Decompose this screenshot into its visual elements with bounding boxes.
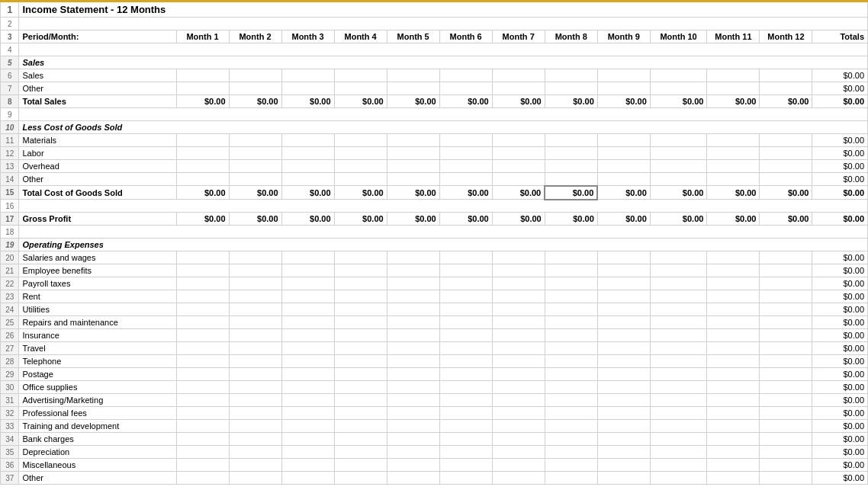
value-cell[interactable]: $0.00 [545,95,597,108]
value-cell[interactable]: $0.00 [597,213,650,226]
empty-value-cell[interactable] [334,264,387,277]
empty-value-cell[interactable] [545,407,597,420]
empty-value-cell[interactable] [597,290,650,303]
totals-value[interactable]: $0.00 [812,82,868,95]
empty-value-cell[interactable] [707,381,760,394]
totals-value[interactable]: $0.00 [812,394,868,407]
empty-value-cell[interactable] [176,342,229,355]
empty-value-cell[interactable] [387,355,439,368]
value-cell[interactable]: $0.00 [760,95,812,108]
empty-value-cell[interactable] [281,329,334,342]
empty-value-cell[interactable] [439,446,492,459]
empty-value-cell[interactable] [281,394,334,407]
empty-value-cell[interactable] [650,316,707,329]
empty-cell[interactable] [19,108,868,121]
empty-value-cell[interactable] [492,342,545,355]
empty-value-cell[interactable] [387,420,439,433]
empty-value-cell[interactable] [650,264,707,277]
empty-value-cell[interactable] [597,277,650,290]
empty-value-cell[interactable] [439,381,492,394]
totals-value[interactable]: $0.00 [812,160,868,173]
empty-value-cell[interactable] [229,82,281,95]
empty-value-cell[interactable] [439,303,492,316]
empty-value-cell[interactable] [492,472,545,485]
empty-value-cell[interactable] [387,69,439,82]
value-cell[interactable]: $0.00 [597,95,650,108]
empty-value-cell[interactable] [229,251,281,264]
empty-value-cell[interactable] [439,459,492,472]
empty-value-cell[interactable] [439,251,492,264]
empty-value-cell[interactable] [545,82,597,95]
empty-value-cell[interactable] [281,433,334,446]
empty-value-cell[interactable] [650,472,707,485]
empty-value-cell[interactable] [229,446,281,459]
empty-value-cell[interactable] [281,277,334,290]
empty-value-cell[interactable] [650,446,707,459]
empty-value-cell[interactable] [334,290,387,303]
empty-value-cell[interactable] [492,433,545,446]
empty-value-cell[interactable] [650,303,707,316]
totals-value[interactable]: $0.00 [812,420,868,433]
empty-value-cell[interactable] [650,381,707,394]
empty-value-cell[interactable] [707,459,760,472]
empty-value-cell[interactable] [597,394,650,407]
empty-value-cell[interactable] [387,316,439,329]
empty-value-cell[interactable] [545,472,597,485]
empty-value-cell[interactable] [597,433,650,446]
empty-value-cell[interactable] [597,173,650,186]
totals-value[interactable]: $0.00 [812,342,868,355]
totals-value[interactable]: $0.00 [812,147,868,160]
value-cell[interactable]: $0.00 [439,213,492,226]
value-cell[interactable]: $0.00 [387,213,439,226]
empty-value-cell[interactable] [229,394,281,407]
empty-value-cell[interactable] [281,472,334,485]
empty-value-cell[interactable] [229,459,281,472]
value-cell[interactable]: $0.00 [492,186,545,200]
empty-value-cell[interactable] [760,69,812,82]
empty-value-cell[interactable] [492,446,545,459]
value-cell[interactable]: $0.00 [650,186,707,200]
empty-cell[interactable] [19,200,868,213]
empty-value-cell[interactable] [650,251,707,264]
empty-value-cell[interactable] [229,316,281,329]
value-cell[interactable]: $0.00 [229,186,281,200]
empty-value-cell[interactable] [650,69,707,82]
empty-value-cell[interactable] [650,290,707,303]
empty-value-cell[interactable] [281,459,334,472]
empty-value-cell[interactable] [760,459,812,472]
empty-value-cell[interactable] [334,342,387,355]
empty-value-cell[interactable] [760,355,812,368]
totals-value[interactable]: $0.00 [812,407,868,420]
empty-value-cell[interactable] [492,420,545,433]
empty-value-cell[interactable] [707,394,760,407]
empty-value-cell[interactable] [281,342,334,355]
empty-value-cell[interactable] [545,264,597,277]
empty-value-cell[interactable] [176,173,229,186]
empty-value-cell[interactable] [439,147,492,160]
empty-value-cell[interactable] [597,251,650,264]
value-cell[interactable]: $0.00 [176,213,229,226]
empty-value-cell[interactable] [707,264,760,277]
empty-value-cell[interactable] [334,251,387,264]
empty-value-cell[interactable] [597,69,650,82]
empty-value-cell[interactable] [334,277,387,290]
empty-value-cell[interactable] [492,459,545,472]
empty-value-cell[interactable] [707,160,760,173]
empty-value-cell[interactable] [492,173,545,186]
empty-value-cell[interactable] [492,251,545,264]
empty-value-cell[interactable] [229,303,281,316]
empty-value-cell[interactable] [176,316,229,329]
empty-value-cell[interactable] [334,368,387,381]
empty-value-cell[interactable] [281,251,334,264]
empty-value-cell[interactable] [387,394,439,407]
total-value[interactable]: $0.00 [812,95,868,108]
value-cell[interactable]: $0.00 [760,213,812,226]
empty-value-cell[interactable] [439,355,492,368]
value-cell[interactable]: $0.00 [176,95,229,108]
empty-value-cell[interactable] [387,160,439,173]
empty-value-cell[interactable] [597,329,650,342]
empty-value-cell[interactable] [281,303,334,316]
value-cell[interactable]: $0.00 [334,213,387,226]
empty-value-cell[interactable] [760,394,812,407]
empty-value-cell[interactable] [597,446,650,459]
